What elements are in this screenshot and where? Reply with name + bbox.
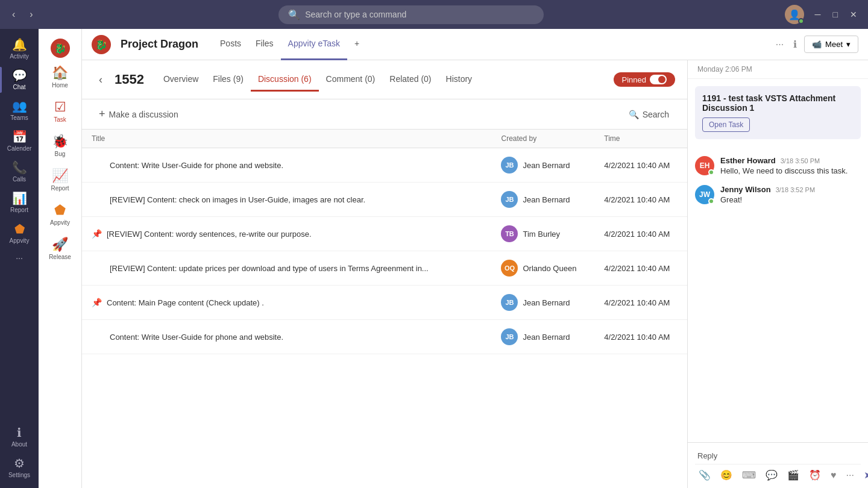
teams-label: Teams (10, 114, 28, 121)
table-row[interactable]: 📌 [REVIEW] Content: wordy sentences, re-… (82, 217, 687, 251)
search2-icon: 🔍 (629, 110, 639, 119)
add-icon: + (99, 108, 105, 120)
task-tab-overview[interactable]: Overview (156, 67, 206, 92)
appvity-icon: ⬟ (14, 223, 25, 235)
channel-tab-files[interactable]: Files (248, 29, 281, 60)
task-tab-history[interactable]: History (439, 67, 480, 92)
emoji-icon[interactable]: 😊 (717, 467, 736, 483)
app-item-home[interactable]: 🏠 Home (39, 60, 81, 95)
like-icon[interactable]: ♥ (827, 468, 840, 483)
report-icon: 📊 (12, 192, 27, 204)
close-button[interactable]: ✕ (846, 8, 861, 20)
channel-more-button[interactable]: ··· (773, 37, 786, 52)
discussion-search-button[interactable]: 🔍 Search (623, 107, 675, 122)
task-id: 1552 (115, 72, 144, 87)
home-label: Home (52, 82, 68, 89)
task-main: ‹ 1552 Overview Files (9) Discussion (6)… (82, 60, 687, 488)
table-row[interactable]: [REVIEW] Content: check on images in Use… (82, 183, 687, 217)
chat-message: JW Jenny Wilson 3/18 3:52 PM Great! (688, 180, 868, 209)
task-tabs: Overview Files (9) Discussion (6) Commen… (156, 67, 479, 92)
row-avatar: OQ (501, 260, 518, 277)
app-item-release[interactable]: 🚀 Release (39, 232, 81, 266)
row-time: 4/2/2021 10:40 AM (594, 217, 687, 251)
row-title-text: [REVIEW] Content: update prices per down… (110, 264, 429, 273)
task-tab-discussion[interactable]: Discussion (6) (251, 67, 319, 92)
open-task-button[interactable]: Open Task (702, 117, 750, 132)
attach-icon[interactable]: 📎 (695, 467, 714, 483)
back-task-button[interactable]: ‹ (94, 71, 107, 89)
table-row[interactable]: 📌 Content: Main Page content (Check upda… (82, 286, 687, 320)
search-input[interactable] (305, 10, 534, 19)
pin-icon: 📌 (92, 298, 102, 307)
channel-tab-add[interactable]: + (347, 29, 366, 60)
chat-panel: Monday 2:06 PM 1191 - test task VSTS Att… (687, 60, 868, 488)
app-item-report[interactable]: 📈 Report (39, 163, 81, 198)
activity-icon: 🔔 (12, 39, 27, 51)
row-title-text: [REVIEW] Content: wordy sentences, re-wr… (107, 230, 312, 239)
table-row[interactable]: Content: Write User-Guide for phone and … (82, 320, 687, 354)
task-area: ‹ 1552 Overview Files (9) Discussion (6)… (82, 60, 868, 488)
sidebar-item-appvity[interactable]: ⬟ Appvity (0, 218, 39, 249)
row-time: 4/2/2021 10:40 AM (594, 183, 687, 217)
row-author: Jean Bernard (523, 298, 570, 307)
release-icon: 🚀 (52, 238, 68, 251)
chat-msg-header: Jenny Wilson 3/18 3:52 PM (720, 185, 861, 194)
sidebar-item-calendar[interactable]: 📅 Calender (0, 126, 39, 157)
chat-label: Chat (13, 84, 25, 90)
more-actions-icon[interactable]: ··· (843, 468, 858, 483)
online-dot (708, 169, 714, 175)
task-tab-comment[interactable]: Comment (0) (319, 67, 383, 92)
row-author: Tim Burley (523, 230, 560, 239)
sidebar-item-chat[interactable]: 💬 Chat (0, 64, 39, 95)
chat-reply-area: Reply 📎 😊 ⌨ 💬 🎬 ⏰ ♥ ··· ➤ (688, 442, 868, 488)
app-item-task[interactable]: ☑ Task (39, 95, 81, 129)
sidebar-item-more[interactable]: ··· (0, 249, 39, 267)
maximize-button[interactable]: □ (829, 8, 841, 20)
search-bar: 🔍 (38, 5, 785, 24)
table-row[interactable]: Content: Write User-Guide for phone and … (82, 148, 687, 183)
sidebar-item-about[interactable]: ℹ About (0, 422, 39, 452)
task-tab-related[interactable]: Related (0) (382, 67, 438, 92)
row-title-text: Content: Main Page content (Check update… (107, 298, 264, 307)
channel-tabs: Posts Files Appvity eTask + (213, 29, 366, 60)
back-button[interactable]: ‹ (7, 7, 20, 22)
sidebar-item-settings[interactable]: ⚙ Settings (0, 452, 39, 483)
chat-avatar: JW (695, 185, 714, 204)
message-icon[interactable]: 💬 (762, 467, 781, 483)
row-author: Jean Bernard (523, 161, 570, 170)
channel-tab-appvity[interactable]: Appvity eTask (281, 29, 347, 60)
sidebar-item-teams[interactable]: 👥 Teams (0, 95, 39, 126)
row-avatar: JB (501, 157, 518, 174)
send-button[interactable]: ➤ (860, 467, 868, 483)
about-label: About (11, 441, 27, 448)
reply-placeholder[interactable]: Reply (695, 448, 861, 464)
minimize-button[interactable]: ─ (811, 8, 825, 20)
keyboard-icon[interactable]: ⌨ (738, 467, 760, 483)
sidebar-item-activity[interactable]: 🔔 Activity (0, 34, 39, 64)
add-discussion-button[interactable]: + Make a discussion (94, 105, 183, 123)
meet-button[interactable]: 📹 Meet ▾ (804, 36, 858, 53)
pinned-toggle[interactable] (650, 75, 667, 84)
task-tab-files[interactable]: Files (9) (206, 67, 251, 92)
schedule-icon[interactable]: ⏰ (805, 467, 825, 483)
settings-label: Settings (8, 472, 30, 478)
video-icon[interactable]: 🎬 (784, 467, 803, 483)
meet-icon: 📹 (812, 40, 822, 49)
forward-button[interactable]: › (25, 7, 37, 22)
app-item-appvity2[interactable]: ⬟ Appvity (39, 198, 81, 232)
meet-dropdown-icon: ▾ (846, 40, 851, 49)
calls-icon: 📞 (12, 161, 27, 174)
row-avatar: JB (501, 328, 518, 345)
table-row[interactable]: [REVIEW] Content: update prices per down… (82, 251, 687, 286)
release-label: Release (49, 254, 71, 260)
channel-tab-posts[interactable]: Posts (213, 29, 248, 60)
report2-icon: 📈 (52, 169, 68, 183)
col-title: Title (82, 130, 491, 148)
sidebar-item-report[interactable]: 📊 Report (0, 187, 39, 218)
online-indicator (798, 18, 804, 24)
sidebar-item-calls[interactable]: 📞 Calls (0, 157, 39, 187)
chat-messages: EH Esther Howard 3/18 3:50 PM Hello, We … (688, 146, 868, 442)
team-logo: 🐉 (51, 39, 70, 58)
app-item-bug[interactable]: 🐞 Bug (39, 129, 81, 163)
channel-info-button[interactable]: ℹ (791, 36, 799, 52)
